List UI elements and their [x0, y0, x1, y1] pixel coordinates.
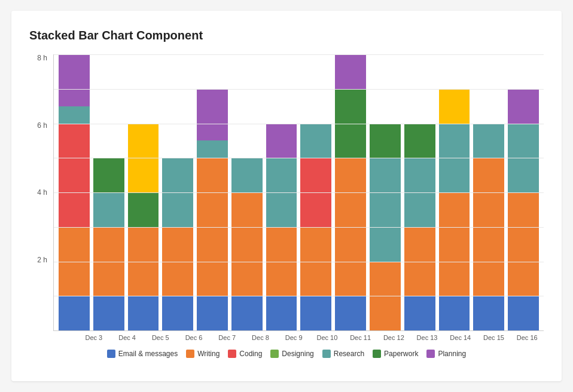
bar-segment-writing: [439, 192, 470, 296]
x-axis-label: Dec 7: [212, 331, 242, 341]
bar-segment-writing: [231, 192, 263, 296]
bar-group: [93, 54, 124, 330]
bar-segment-email: [231, 296, 263, 330]
bar-group: [59, 54, 90, 330]
bar-group: [404, 54, 435, 330]
bar-segment-paperwork: [93, 158, 124, 192]
bar-group: [162, 54, 193, 330]
bar-segment-writing: [508, 192, 539, 296]
bar-segment-research: [473, 124, 504, 158]
y-axis-label: 2 h: [37, 256, 47, 264]
bar-group: [439, 54, 470, 330]
bar-segment-email: [128, 296, 159, 330]
bar-segment-research: [300, 124, 331, 158]
bar-segment-writing: [93, 227, 124, 296]
legend-color-email: [107, 350, 115, 358]
x-axis-label: Dec 3: [79, 331, 109, 341]
bar-segment-research: [93, 192, 124, 227]
legend-label-coding: Coding: [239, 350, 262, 358]
legend-item-email: Email & messages: [107, 350, 178, 358]
bar-segment-planning: [197, 89, 228, 141]
bar-segment-writing: [162, 227, 193, 296]
x-axis-label: Dec 6: [179, 331, 209, 341]
bar-group: [300, 54, 331, 330]
bar-segment-planning: [59, 54, 90, 106]
bar-segment-email: [93, 296, 124, 330]
bar-group: [231, 54, 263, 330]
bar-segment-planning: [266, 124, 297, 158]
legend-label-writing: Writing: [197, 350, 220, 358]
legend-color-writing: [186, 350, 194, 358]
bar-segment-writing: [370, 262, 401, 331]
legend-item-research: Research: [322, 350, 364, 358]
bar-segment-email: [404, 296, 435, 330]
bar-segment-planning: [335, 54, 366, 89]
x-axis-label: Dec 10: [312, 331, 342, 341]
legend-item-coding: Coding: [228, 350, 262, 358]
bar-segment-yellow: [439, 89, 470, 124]
bar-segment-email: [59, 296, 90, 330]
bar-segment-research: [266, 158, 297, 227]
bar-segment-research: [197, 140, 228, 158]
chart-container: Stacked Bar Chart Component 8 h6 h4 h2 h…: [11, 11, 562, 381]
legend-color-paperwork: [373, 350, 381, 358]
bar-segment-coding: [300, 158, 331, 227]
bar-segment-writing: [197, 158, 228, 296]
x-axis-label: Dec 15: [479, 331, 509, 341]
legend-label-planning: Planning: [438, 350, 466, 358]
bar-group: [266, 54, 297, 330]
x-axis-label: Dec 12: [379, 331, 409, 341]
y-axis: 8 h6 h4 h2 h: [29, 54, 53, 341]
bar-segment-writing: [128, 227, 159, 296]
bar-segment-research: [404, 158, 435, 227]
bar-segment-paperwork: [404, 124, 435, 158]
bar-group: [370, 54, 401, 330]
legend-item-writing: Writing: [186, 350, 220, 358]
bar-segment-email: [300, 296, 331, 330]
bar-segment-research: [439, 124, 470, 193]
bar-segment-writing: [300, 227, 331, 296]
legend-item-planning: Planning: [426, 350, 466, 358]
bar-segment-research: [370, 158, 401, 261]
bar-segment-writing: [59, 227, 90, 296]
bar-segment-research: [231, 158, 263, 192]
bar-segment-email: [266, 296, 297, 330]
x-axis-label: Dec 9: [279, 331, 309, 341]
bar-group: [508, 54, 539, 330]
bar-segment-writing: [335, 158, 366, 296]
x-axis-label: Dec 16: [512, 331, 542, 341]
bar-segment-email: [335, 296, 366, 330]
bar-segment-coding: [59, 124, 90, 227]
bar-segment-email: [508, 296, 539, 330]
bar-segment-yellow: [128, 124, 159, 193]
bar-group: [335, 54, 366, 330]
chart-area: 8 h6 h4 h2 h Dec 3Dec 4Dec 5Dec 6Dec 7De…: [29, 54, 544, 341]
x-labels: Dec 3Dec 4Dec 5Dec 6Dec 7Dec 8Dec 9Dec 1…: [77, 331, 544, 341]
legend-item-paperwork: Paperwork: [373, 350, 418, 358]
legend-color-research: [322, 350, 331, 358]
bar-segment-email: [473, 296, 504, 330]
legend-color-coding: [228, 350, 236, 358]
bar-segment-writing: [404, 227, 435, 296]
y-axis-label: 8 h: [37, 54, 47, 62]
x-axis-label: Dec 11: [346, 331, 376, 341]
x-axis-label: Dec 5: [145, 331, 175, 341]
x-axis-label: Dec 13: [412, 331, 442, 341]
chart-title: Stacked Bar Chart Component: [29, 29, 544, 42]
bar-segment-research: [508, 124, 539, 193]
bar-segment-paperwork: [335, 89, 366, 158]
bar-segment-email: [439, 296, 470, 330]
bar-segment-research: [59, 106, 90, 124]
bars-wrapper: [53, 54, 544, 331]
bar-segment-planning: [508, 89, 539, 124]
bar-segment-email: [162, 296, 193, 330]
bar-segment-paperwork: [370, 124, 401, 158]
bar-segment-email: [197, 296, 228, 330]
bar-group: [473, 54, 504, 330]
legend-label-email: Email & messages: [118, 350, 178, 358]
legend-label-designing: Designing: [282, 350, 313, 358]
bars-area: Dec 3Dec 4Dec 5Dec 6Dec 7Dec 8Dec 9Dec 1…: [53, 54, 544, 341]
legend-color-designing: [270, 350, 279, 358]
bar-group: [197, 54, 228, 330]
bar-segment-writing: [266, 227, 297, 296]
